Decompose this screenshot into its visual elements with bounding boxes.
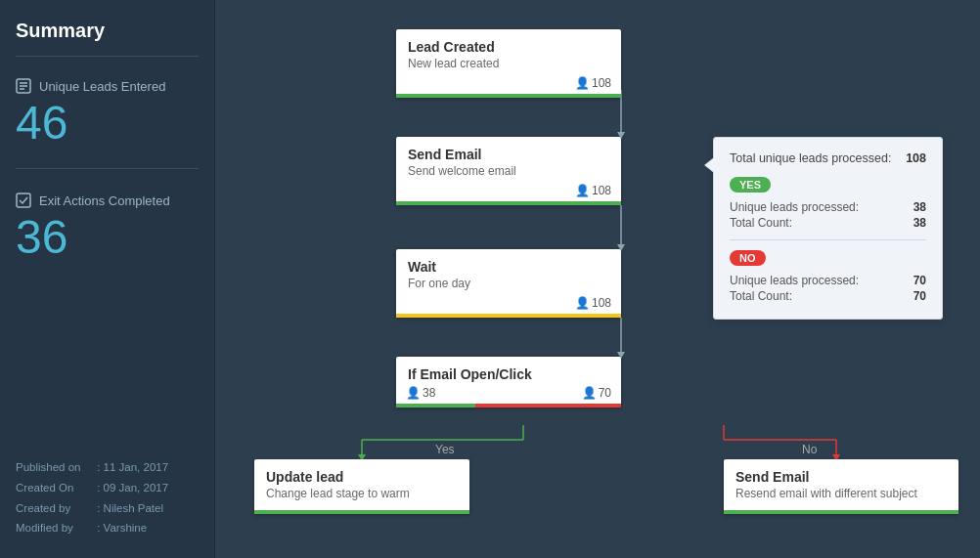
yes-label: Yes <box>435 443 455 456</box>
wait-bar <box>396 314 621 318</box>
modified-by: Modified by : Varshine <box>16 518 199 538</box>
if-email-count-left: 👤 38 <box>406 386 435 400</box>
yes-unique-value: 38 <box>913 200 926 214</box>
if-email-bar-red <box>475 404 621 408</box>
no-label: No <box>802 443 817 456</box>
sidebar-meta: Published on : 11 Jan, 2017 Created On :… <box>16 457 199 538</box>
no-badge: NO <box>730 250 766 266</box>
send-email-2-subtitle: Resend email with different subject <box>724 487 958 504</box>
wait-title: Wait <box>396 249 621 277</box>
lead-created-count: 108 <box>592 76 611 90</box>
created-on: Created On : 09 Jan, 2017 <box>16 478 199 498</box>
person-icon: 👤 <box>575 76 590 90</box>
person-icon-3: 👤 <box>575 296 590 310</box>
yes-badge: YES <box>730 177 771 193</box>
exit-actions-icon <box>16 193 31 208</box>
main-content: Lead Created New lead created 👤 108 Send… <box>215 0 980 558</box>
tooltip-total-label: Total unique leads processed: <box>730 151 891 165</box>
no-total-value: 70 <box>913 289 926 303</box>
lead-created-bar <box>396 94 621 98</box>
send-email-1-footer: 👤 108 <box>396 182 621 201</box>
node-update-lead[interactable]: Update lead Change lead stage to warm <box>254 459 469 514</box>
flow-container: Lead Created New lead created 👤 108 Send… <box>245 20 951 538</box>
created-by: Created by : Nilesh Patel <box>16 498 199 519</box>
unique-leads-metric: Unique Leads Entered 46 <box>16 78 199 164</box>
no-total-label: Total Count: <box>730 289 792 303</box>
no-unique-label: Unique leads processed: <box>730 274 859 287</box>
unique-leads-icon <box>16 78 31 94</box>
yes-total-label: Total Count: <box>730 216 792 230</box>
tooltip-total-row: Total unique leads processed: 108 <box>730 151 926 165</box>
sidebar: Summary Unique Leads Entered 46 <box>0 0 215 558</box>
node-send-email-1[interactable]: Send Email Send welcome email 👤 108 <box>396 137 621 205</box>
exit-actions-metric: Exit Actions Completed 36 <box>16 193 199 279</box>
svg-rect-4 <box>17 193 30 207</box>
yes-total-value: 38 <box>913 216 926 230</box>
node-if-email[interactable]: If Email Open/Click 👤 38 👤 70 <box>396 357 621 408</box>
send-email-2-title: Send Email <box>724 459 958 487</box>
no-total-row: Total Count: 70 <box>730 289 926 303</box>
tooltip-box: Total unique leads processed: 108 YES Un… <box>713 137 943 320</box>
update-lead-title: Update lead <box>254 459 469 487</box>
person-icon-4: 👤 <box>406 386 421 400</box>
lead-created-footer: 👤 108 <box>396 74 621 94</box>
wait-count: 108 <box>592 296 611 310</box>
person-icon-5: 👤 <box>582 386 597 400</box>
lead-created-title: Lead Created <box>396 29 621 57</box>
send-email-1-title: Send Email <box>396 137 621 164</box>
update-lead-bar <box>254 510 469 514</box>
send-email-1-count: 108 <box>592 184 611 197</box>
if-email-title: If Email Open/Click <box>396 357 621 384</box>
send-email-1-subtitle: Send welcome email <box>396 164 621 182</box>
node-lead-created[interactable]: Lead Created New lead created 👤 108 <box>396 29 621 98</box>
yes-unique-label: Unique leads processed: <box>730 200 859 214</box>
node-wait[interactable]: Wait For one day 👤 108 <box>396 249 621 318</box>
sidebar-divider-1 <box>16 168 199 169</box>
if-email-footer: 👤 38 👤 70 <box>396 384 621 404</box>
wait-subtitle: For one day <box>396 277 621 294</box>
published-on: Published on : 11 Jan, 2017 <box>16 457 199 478</box>
sidebar-title: Summary <box>16 20 199 57</box>
yes-total-row: Total Count: 38 <box>730 216 926 230</box>
node-send-email-2[interactable]: Send Email Resend email with different s… <box>724 459 958 514</box>
yes-unique-row: Unique leads processed: 38 <box>730 200 926 214</box>
unique-leads-value: 46 <box>16 100 199 147</box>
update-lead-subtitle: Change lead stage to warm <box>254 487 469 504</box>
send-email-1-bar <box>396 201 621 205</box>
person-icon-2: 👤 <box>575 184 590 197</box>
exit-actions-value: 36 <box>16 214 199 261</box>
if-email-count-right: 👤 70 <box>582 386 611 400</box>
if-email-bar-green <box>396 404 475 408</box>
wait-footer: 👤 108 <box>396 294 621 314</box>
exit-actions-label: Exit Actions Completed <box>16 193 199 208</box>
tooltip-separator <box>730 239 926 240</box>
tooltip-total-value: 108 <box>906 151 926 165</box>
unique-leads-label: Unique Leads Entered <box>16 78 199 94</box>
no-unique-value: 70 <box>913 274 926 287</box>
if-email-bar <box>396 404 621 408</box>
lead-created-subtitle: New lead created <box>396 57 621 74</box>
no-unique-row: Unique leads processed: 70 <box>730 274 926 287</box>
send-email-2-bar <box>724 510 958 514</box>
